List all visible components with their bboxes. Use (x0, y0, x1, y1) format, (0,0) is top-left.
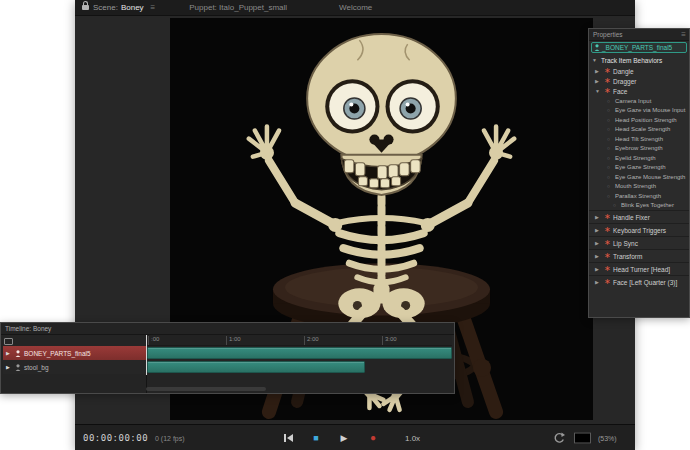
behavior-lip-sync[interactable]: ▶ ∗ Lip Sync (589, 236, 689, 249)
behavior-icon: ∗ (604, 68, 610, 74)
behavior-label: Face [Left Quarter (3)] (613, 279, 677, 286)
behavior-face[interactable]: ▼ ∗ Face (589, 86, 689, 96)
behavior-label: Lip Sync (613, 240, 638, 247)
chevron-right-icon[interactable]: ▶ (595, 78, 601, 84)
behavior-label: Dangle (613, 68, 634, 75)
ruler-label: 1:00 (226, 336, 241, 345)
tab-welcome[interactable]: Welcome (339, 3, 372, 12)
param-icon: ○ (607, 107, 612, 113)
playback-bar: 00:00:00:00 0 (12 fps) ■ ▶ ● 1.0x (53%) (75, 424, 635, 450)
play-button[interactable]: ▶ (337, 431, 351, 445)
chevron-right-icon[interactable]: ▶ (595, 240, 601, 246)
chevron-right-icon[interactable]: ▶ (595, 279, 601, 285)
tab-menu-icon[interactable]: ≡ (151, 3, 156, 12)
puppet-icon (15, 350, 21, 357)
track-item-behaviors-header[interactable]: ▼ Track Item Behaviors (589, 54, 689, 66)
behavior-handle-fixer[interactable]: ▶ ∗ Handle Fixer (589, 210, 689, 223)
behavior-icon: ∗ (604, 266, 610, 272)
param-icon: ○ (607, 145, 612, 151)
behavior-face-left-quarter[interactable]: ▶ ∗ Face [Left Quarter (3)] (589, 275, 689, 288)
skeleton-skull (307, 34, 456, 195)
param-icon: ○ (607, 164, 612, 170)
behavior-icon: ∗ (604, 253, 610, 259)
face-param-eyebrow[interactable]: ○ Eyebrow Strength (589, 144, 689, 154)
face-param-camera-input[interactable]: ○ Camera Input (589, 96, 689, 106)
chevron-right-icon[interactable]: ▶ (595, 266, 601, 272)
panel-menu-icon[interactable]: ≡ (681, 30, 686, 39)
param-label: Camera Input (615, 98, 651, 104)
face-option-blink-eyes-together[interactable]: ○ Blink Eyes Together (589, 201, 689, 211)
param-icon: ○ (607, 183, 612, 189)
behavior-dangle[interactable]: ▶ ∗ Dangle (589, 66, 689, 76)
behavior-icon: ∗ (604, 240, 610, 246)
selected-puppet[interactable]: _BONEY_PARTS_final5 (591, 42, 687, 53)
chevron-right-icon[interactable]: ▶ (6, 350, 12, 356)
ruler-label: 2:00 (304, 336, 319, 345)
desktop: Scene: Boney ≡ Puppet: Italo_Puppet_smal… (0, 0, 690, 450)
param-icon: ○ (607, 155, 612, 161)
behavior-keyboard-triggers[interactable]: ▶ ∗ Keyboard Triggers (589, 223, 689, 236)
param-label: Eye Gaze Strength (615, 164, 666, 170)
behavior-icon: ∗ (604, 214, 610, 220)
chevron-down-icon[interactable]: ▼ (595, 88, 601, 94)
face-param-eye-gaze-mouse[interactable]: ○ Eye Gaze Mouse Strength (589, 172, 689, 182)
param-label: Eyelid Strength (615, 155, 656, 161)
track-name-boney[interactable]: ▶ BONEY_PARTS_final5 (3, 346, 146, 360)
track-name-stool-bg[interactable]: ▶ stool_bg (3, 360, 146, 374)
track-label: BONEY_PARTS_final5 (24, 350, 91, 357)
face-param-head-position[interactable]: ○ Head Position Strength (589, 115, 689, 125)
scene-tab-label: Scene: (93, 3, 118, 12)
chevron-right-icon[interactable]: ▶ (595, 253, 601, 259)
timeline-panel: Timeline: Boney :00 1:00 2:00 3:00 ▶ (0, 322, 455, 394)
timeline-body: :00 1:00 2:00 3:00 ▶ BONEY_PARTS_final5 (1, 335, 454, 393)
stop-button[interactable]: ■ (309, 431, 323, 445)
behavior-icon: ∗ (604, 227, 610, 233)
param-icon: ○ (607, 136, 612, 142)
chevron-right-icon[interactable]: ▶ (595, 214, 601, 220)
behavior-label: Keyboard Triggers (613, 227, 666, 234)
behavior-icon: ∗ (604, 279, 610, 285)
face-param-eye-gaze-mouse-input[interactable]: ○ Eye Gaze via Mouse Input (589, 106, 689, 116)
face-param-eyelid[interactable]: ○ Eyelid Strength (589, 153, 689, 163)
chevron-right-icon[interactable]: ▶ (595, 227, 601, 233)
playback-speed[interactable]: 1.0x (405, 433, 420, 442)
background-color-swatch[interactable] (574, 432, 591, 443)
behavior-dragger[interactable]: ▶ ∗ Dragger (589, 76, 689, 86)
param-icon: ○ (607, 193, 612, 199)
face-param-head-tilt[interactable]: ○ Head Tilt Strength (589, 134, 689, 144)
param-icon: ○ (607, 117, 612, 123)
timecode-display: 00:00:00:00 (83, 433, 148, 443)
behavior-head-turner[interactable]: ▶ ∗ Head Turner [Head] (589, 262, 689, 275)
skip-to-start-button[interactable] (281, 431, 295, 445)
track-bar-stool-bg[interactable] (147, 361, 365, 373)
chevron-right-icon[interactable]: ▶ (6, 364, 12, 370)
chevron-right-icon[interactable]: ▶ (595, 68, 601, 74)
ruler-label: :00 (148, 336, 159, 345)
lock-icon[interactable] (82, 5, 89, 10)
playhead[interactable] (146, 335, 147, 375)
layer-icon (15, 364, 21, 371)
section-title: Track Item Behaviors (601, 57, 662, 64)
scene-tab-bar: Scene: Boney ≡ Puppet: Italo_Puppet_smal… (75, 0, 635, 16)
param-icon: ○ (607, 126, 612, 132)
record-button[interactable]: ● (366, 431, 380, 445)
loop-button[interactable] (552, 431, 566, 445)
timeline-header[interactable]: Timeline: Boney (1, 323, 454, 335)
param-label: Head Tilt Strength (615, 136, 663, 142)
scene-mini-icon[interactable] (4, 338, 13, 345)
tab-puppet[interactable]: Puppet: Italo_Puppet_small (189, 3, 287, 12)
behavior-transform[interactable]: ▶ ∗ Transform (589, 249, 689, 262)
timeline-ruler[interactable]: :00 1:00 2:00 3:00 (146, 335, 452, 346)
face-param-head-scale[interactable]: ○ Head Scale Strength (589, 125, 689, 135)
face-param-parallax[interactable]: ○ Parallax Strength (589, 191, 689, 201)
behavior-label: Head Turner [Head] (613, 266, 670, 273)
face-param-eye-gaze[interactable]: ○ Eye Gaze Strength (589, 163, 689, 173)
scene-tab-name[interactable]: Boney (121, 3, 144, 12)
frame-info: 0 (12 fps) (155, 434, 185, 441)
param-label: Head Position Strength (615, 117, 677, 123)
timeline-scrollbar[interactable] (146, 387, 266, 391)
zoom-level[interactable]: (53%) (598, 434, 617, 441)
puppet-icon (594, 44, 600, 51)
track-bar-boney[interactable] (147, 347, 452, 359)
face-param-mouth[interactable]: ○ Mouth Strength (589, 182, 689, 192)
